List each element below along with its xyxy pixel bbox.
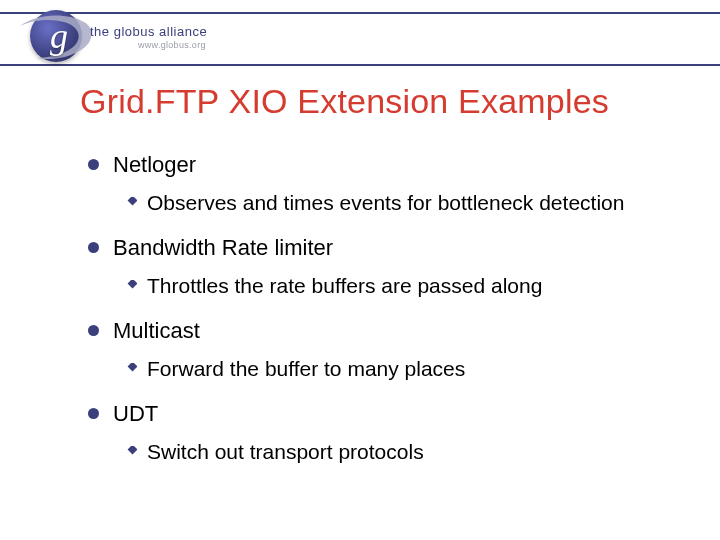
header-bottom-line — [0, 64, 720, 66]
bullet-text: Throttles the rate buffers are passed al… — [147, 271, 542, 300]
bullet-level1: Multicast — [88, 316, 668, 346]
circle-bullet-icon — [88, 242, 99, 253]
svg-rect-3 — [128, 446, 137, 454]
logo-url: www.globus.org — [138, 40, 206, 50]
bullet-level2: Observes and times events for bottleneck… — [126, 188, 668, 217]
diamond-bullet-icon — [126, 446, 137, 457]
bullet-level2: Switch out transport protocols — [126, 437, 668, 466]
bullet-text: Observes and times events for bottleneck… — [147, 188, 624, 217]
circle-bullet-icon — [88, 408, 99, 419]
slide: g the globus alliance www.globus.org Gri… — [0, 0, 720, 540]
svg-rect-2 — [128, 363, 137, 371]
bullet-level1: Bandwidth Rate limiter — [88, 233, 668, 263]
bullet-level2: Forward the buffer to many places — [126, 354, 668, 383]
slide-title: Grid.FTP XIO Extension Examples — [80, 82, 609, 121]
diamond-bullet-icon — [126, 197, 137, 208]
globus-logo: g the globus alliance www.globus.org — [8, 4, 218, 60]
bullet-text: Netloger — [113, 150, 196, 180]
bullet-text: Multicast — [113, 316, 200, 346]
bullet-text: UDT — [113, 399, 158, 429]
bullet-text: Switch out transport protocols — [147, 437, 424, 466]
bullet-level2: Throttles the rate buffers are passed al… — [126, 271, 668, 300]
diamond-bullet-icon — [126, 280, 137, 291]
circle-bullet-icon — [88, 159, 99, 170]
logo-text: the globus alliance — [90, 24, 207, 39]
logo-letter-g: g — [44, 16, 74, 56]
bullet-text: Bandwidth Rate limiter — [113, 233, 333, 263]
bullet-text: Forward the buffer to many places — [147, 354, 465, 383]
svg-rect-1 — [128, 280, 137, 288]
bullet-level1: UDT — [88, 399, 668, 429]
slide-content: Netloger Observes and times events for b… — [88, 150, 668, 482]
svg-rect-0 — [128, 197, 137, 205]
circle-bullet-icon — [88, 325, 99, 336]
diamond-bullet-icon — [126, 363, 137, 374]
bullet-level1: Netloger — [88, 150, 668, 180]
header-band: g the globus alliance www.globus.org — [0, 0, 720, 66]
